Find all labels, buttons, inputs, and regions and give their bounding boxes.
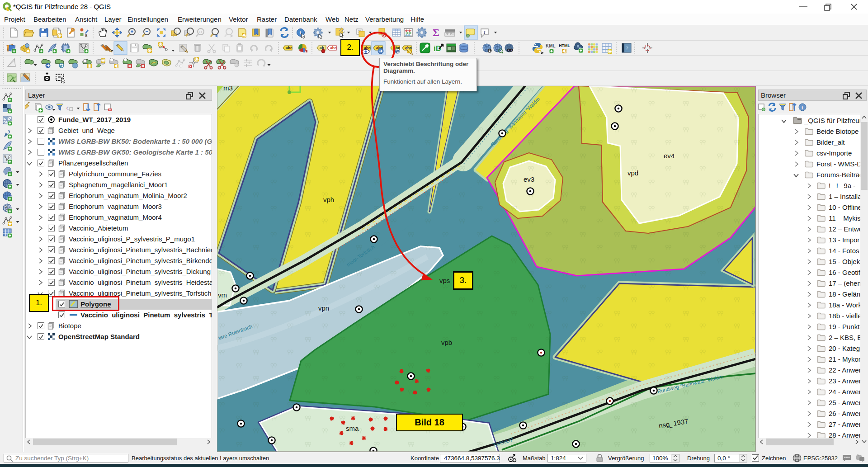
svg-text:Zu suchender Typ (Strg+K): Zu suchender Typ (Strg+K) [15, 455, 89, 462]
svg-text:vph: vph [323, 196, 334, 203]
svg-text:KML: KML [546, 43, 556, 48]
svg-text:ev3: ev3 [524, 175, 534, 183]
svg-text:473664.8,5397576.3: 473664.8,5397576.3 [444, 455, 500, 462]
svg-text:0,0 °: 0,0 ° [717, 455, 730, 462]
svg-text:1:824: 1:824 [551, 455, 566, 462]
svg-text:m3: m3 [223, 86, 233, 92]
svg-text:i: i [802, 105, 803, 110]
svg-text:HTML: HTML [559, 43, 570, 48]
svg-text:abc: abc [330, 46, 337, 50]
svg-text:Σ: Σ [433, 27, 439, 38]
svg-text:vps: vps [439, 277, 450, 284]
svg-text:ε: ε [66, 104, 69, 111]
svg-text:i: i [300, 30, 301, 35]
svg-text:vpd: vpd [627, 169, 638, 177]
svg-text:sma: sma [346, 425, 359, 432]
svg-text:100%: 100% [652, 455, 668, 462]
svg-text:vpb: vpb [441, 339, 452, 346]
svg-text:?: ? [626, 45, 628, 52]
svg-text:vpn: vpn [318, 304, 329, 312]
svg-text:vm: vm [218, 291, 227, 299]
svg-text:iD: iD [434, 44, 441, 53]
svg-text:1:1: 1:1 [198, 31, 203, 33]
svg-text:ev4: ev4 [664, 152, 675, 160]
svg-text:a: a [85, 33, 87, 38]
svg-text:abc: abc [286, 46, 292, 50]
svg-text:T: T [483, 29, 486, 35]
